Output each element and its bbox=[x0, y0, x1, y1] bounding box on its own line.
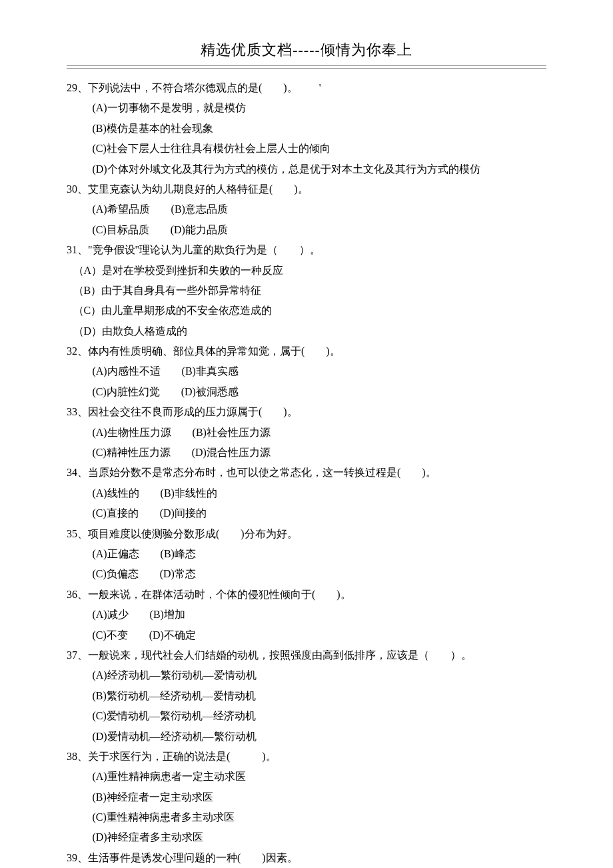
option-line: (C)目标品质 (D)能力品质 bbox=[67, 220, 546, 240]
stem-text: 生活事件是诱发心理问题的一种( )因素。 bbox=[88, 852, 298, 863]
question-37: 37、一般说来，现代社会人们结婚的动机，按照强度由高到低排序，应该是（ ）。 (… bbox=[67, 645, 546, 747]
question-number: 39 bbox=[67, 852, 77, 863]
question-number: 29 bbox=[67, 82, 77, 93]
option-line: （C）由儿童早期形成的不安全依恋造成的 bbox=[67, 301, 546, 321]
option-line: (D)神经症者多主动求医 bbox=[67, 827, 546, 847]
question-number: 35 bbox=[67, 528, 77, 539]
page-header: 精选优质文档-----倾情为你奉上 bbox=[67, 40, 546, 65]
stem-text: 因社会交往不良而形成的压力源属于( )。 bbox=[88, 406, 298, 417]
option-line: (C)精神性压力源 (D)混合性压力源 bbox=[67, 443, 546, 463]
question-stem: 31、"竞争假设"理论认为儿童的欺负行为是（ ）。 bbox=[67, 240, 546, 260]
question-number: 37 bbox=[67, 649, 77, 661]
document-page: 精选优质文档-----倾情为你奉上 29、下列说法中，不符合塔尔德观点的是( )… bbox=[0, 0, 613, 868]
question-33: 33、因社会交往不良而形成的压力源属于( )。 (A)生物性压力源 (B)社会性… bbox=[67, 402, 546, 463]
option-line: (C)内脏性幻觉 (D)被洞悉感 bbox=[67, 382, 546, 402]
option-line: (A)一切事物不是发明，就是模仿 bbox=[67, 98, 546, 118]
option-line: (C)爱情动机—繁衍动机—经济动机 bbox=[67, 706, 546, 726]
stem-text: 体内有性质明确、部位具体的异常知觉，属于( )。 bbox=[88, 345, 340, 357]
question-list: 29、下列说法中，不符合塔尔德观点的是( )。 ' (A)一切事物不是发明，就是… bbox=[67, 78, 546, 868]
stem-text: 当原始分数不是常态分布时，也可以使之常态化，这一转换过程是( )。 bbox=[88, 467, 436, 478]
option-line: (C)社会下层人士往往具有模仿社会上层人士的倾向 bbox=[67, 139, 546, 159]
question-stem: 35、项目难度以使测验分数形成( )分布为好。 bbox=[67, 524, 546, 544]
option-line: (A)减少 (B)增加 bbox=[67, 605, 546, 625]
option-line: (A)重性精神病患者一定主动求医 bbox=[67, 767, 546, 787]
question-35: 35、项目难度以使测验分数形成( )分布为好。 (A)正偏态 (B)峰态 (C)… bbox=[67, 524, 546, 585]
question-stem: 29、下列说法中，不符合塔尔德观点的是( )。 ' bbox=[67, 78, 546, 98]
option-line: (C)重性精神病患者多主动求医 bbox=[67, 807, 546, 827]
stem-text: 项目难度以使测验分数形成( )分布为好。 bbox=[88, 528, 298, 539]
option-line: (A)正偏态 (B)峰态 bbox=[67, 544, 546, 564]
question-number: 34 bbox=[67, 467, 77, 478]
question-34: 34、当原始分数不是常态分布时，也可以使之常态化，这一转换过程是( )。 (A)… bbox=[67, 463, 546, 523]
option-line: （A）是对在学校受到挫折和失败的一种反应 bbox=[67, 261, 546, 281]
option-line: (A)生物性压力源 (B)社会性压力源 bbox=[67, 423, 546, 443]
question-29: 29、下列说法中，不符合塔尔德观点的是( )。 ' (A)一切事物不是发明，就是… bbox=[67, 78, 546, 179]
option-line: (D)个体对外域文化及其行为方式的模仿，总是优于对本土文化及其行为方式的模仿 bbox=[67, 159, 546, 179]
option-line: (C)负偏态 (D)常态 bbox=[67, 564, 546, 584]
option-line: (B)神经症者一定主动求医 bbox=[67, 787, 546, 807]
header-divider bbox=[67, 65, 546, 69]
option-line: (A)线性的 (B)非线性的 bbox=[67, 483, 546, 503]
question-stem: 38、关于求医行为，正确的说法是( )。 bbox=[67, 747, 546, 767]
option-line: (C)直接的 (D)间接的 bbox=[67, 503, 546, 523]
option-line: (A)经济动机—繁衍动机—爱情动机 bbox=[67, 665, 546, 685]
option-line: （B）由于其自身具有一些外部异常特征 bbox=[67, 281, 546, 301]
question-stem: 34、当原始分数不是常态分布时，也可以使之常态化，这一转换过程是( )。 bbox=[67, 463, 546, 483]
question-number: 30 bbox=[67, 183, 77, 195]
stem-text: 下列说法中，不符合塔尔德观点的是( )。 ' bbox=[88, 82, 321, 93]
question-36: 36、一般来说，在群体活动时，个体的侵犯性倾向于( )。 (A)减少 (B)增加… bbox=[67, 585, 546, 645]
stem-text: "竞争假设"理论认为儿童的欺负行为是（ ）。 bbox=[88, 244, 320, 255]
question-stem: 33、因社会交往不良而形成的压力源属于( )。 bbox=[67, 402, 546, 422]
stem-text: 关于求医行为，正确的说法是( )。 bbox=[88, 751, 277, 762]
question-stem: 37、一般说来，现代社会人们结婚的动机，按照强度由高到低排序，应该是（ ）。 bbox=[67, 645, 546, 665]
stem-text: 艾里克森认为幼儿期良好的人格特征是( )。 bbox=[88, 183, 308, 195]
question-32: 32、体内有性质明确、部位具体的异常知觉，属于( )。 (A)内感性不适 (B)… bbox=[67, 341, 546, 402]
option-line: (A)希望品质 (B)意志品质 bbox=[67, 199, 546, 219]
option-line: (A)内感性不适 (B)非真实感 bbox=[67, 361, 546, 381]
question-39: 39、生活事件是诱发心理问题的一种( )因素。 (A)生物性 （B）物质性 (C… bbox=[67, 848, 546, 868]
question-number: 36 bbox=[67, 589, 77, 600]
question-stem: 36、一般来说，在群体活动时，个体的侵犯性倾向于( )。 bbox=[67, 585, 546, 605]
stem-text: 一般说来，现代社会人们结婚的动机，按照强度由高到低排序，应该是（ ）。 bbox=[88, 649, 472, 661]
question-number: 33 bbox=[67, 406, 77, 417]
stem-text: 一般来说，在群体活动时，个体的侵犯性倾向于( )。 bbox=[88, 589, 351, 600]
question-stem: 39、生活事件是诱发心理问题的一种( )因素。 bbox=[67, 848, 546, 868]
question-number: 31 bbox=[67, 244, 77, 255]
question-31: 31、"竞争假设"理论认为儿童的欺负行为是（ ）。 （A）是对在学校受到挫折和失… bbox=[67, 240, 546, 341]
question-30: 30、艾里克森认为幼儿期良好的人格特征是( )。 (A)希望品质 (B)意志品质… bbox=[67, 179, 546, 240]
option-line: （D）由欺负人格造成的 bbox=[67, 321, 546, 341]
option-line: (B)模仿是基本的社会现象 bbox=[67, 119, 546, 139]
question-38: 38、关于求医行为，正确的说法是( )。 (A)重性精神病患者一定主动求医 (B… bbox=[67, 747, 546, 848]
question-stem: 32、体内有性质明确、部位具体的异常知觉，属于( )。 bbox=[67, 341, 546, 361]
option-line: (B)繁衍动机—经济动机—爱情动机 bbox=[67, 686, 546, 706]
option-line: (C)不变 (D)不确定 bbox=[67, 625, 546, 645]
option-line: (D)爱情动机—经济动机—繁衍动机 bbox=[67, 727, 546, 747]
question-number: 32 bbox=[67, 345, 77, 357]
question-stem: 30、艾里克森认为幼儿期良好的人格特征是( )。 bbox=[67, 179, 546, 199]
question-number: 38 bbox=[67, 751, 77, 762]
